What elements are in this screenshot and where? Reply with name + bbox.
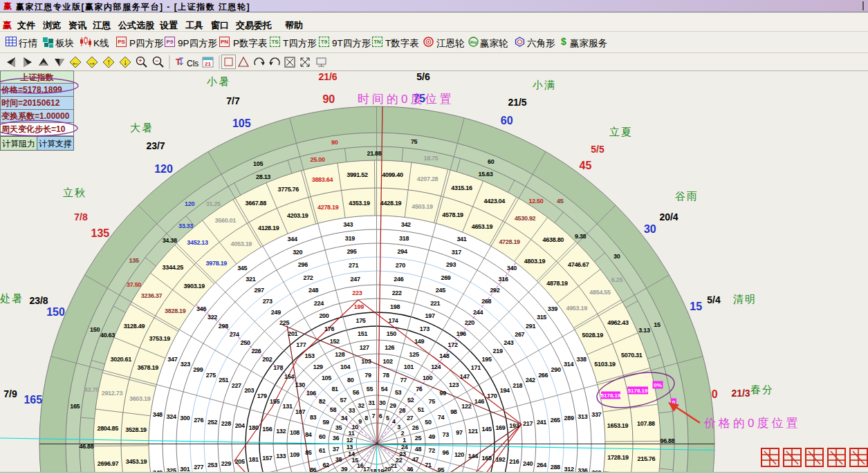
svg-text:5/4: 5/4: [707, 294, 721, 305]
svg-text:30: 30: [644, 223, 656, 235]
svg-text:3678.19: 3678.19: [137, 364, 158, 371]
svg-text:18.75: 18.75: [423, 155, 438, 162]
svg-text:48: 48: [415, 446, 422, 453]
svg-text:3453.19: 3453.19: [126, 458, 147, 465]
svg-text:244: 244: [473, 309, 483, 316]
svg-text:21/3: 21/3: [731, 388, 750, 399]
svg-text:317: 317: [452, 249, 461, 256]
svg-text:32: 32: [358, 402, 364, 409]
svg-text:4962.43: 4962.43: [607, 319, 629, 326]
svg-text:立夏: 立夏: [609, 126, 633, 138]
svg-text:168: 168: [482, 455, 492, 462]
svg-text:3667.88: 3667.88: [246, 200, 267, 207]
svg-text:204: 204: [235, 422, 245, 429]
svg-text:58: 58: [330, 406, 337, 413]
svg-text:277: 277: [194, 464, 203, 471]
svg-text:135: 135: [91, 227, 110, 239]
svg-text:253: 253: [207, 462, 217, 468]
svg-text:348: 348: [153, 411, 163, 418]
svg-text:101: 101: [404, 363, 414, 370]
svg-text:25: 25: [415, 435, 422, 442]
svg-text:315: 315: [537, 314, 546, 321]
svg-text:9.38: 9.38: [575, 233, 587, 240]
svg-text:313: 313: [578, 413, 587, 420]
svg-text:225: 225: [279, 319, 289, 326]
svg-text:3883.64: 3883.64: [312, 176, 333, 183]
svg-text:171: 171: [471, 364, 481, 371]
svg-text:34.38: 34.38: [163, 237, 177, 244]
svg-text:109: 109: [290, 451, 299, 458]
svg-text:38: 38: [335, 456, 342, 463]
svg-text:↓: ↓: [123, 57, 127, 67]
svg-text:192: 192: [495, 456, 505, 463]
svg-text:4746.67: 4746.67: [568, 261, 589, 268]
svg-text:221: 221: [430, 300, 440, 307]
svg-text:28: 28: [399, 407, 406, 414]
svg-text:55: 55: [367, 386, 373, 392]
svg-text:74: 74: [438, 414, 445, 421]
svg-text:4: 4: [392, 418, 396, 425]
svg-text:229: 229: [221, 460, 231, 467]
svg-text:3560.01: 3560.01: [215, 217, 237, 224]
svg-text:325: 325: [167, 467, 176, 472]
svg-text:276: 276: [194, 417, 203, 424]
svg-text:4353.19: 4353.19: [349, 200, 370, 207]
svg-text:288: 288: [551, 464, 560, 471]
svg-text:34: 34: [341, 415, 348, 421]
svg-text:0: 0: [672, 399, 676, 406]
svg-text:73: 73: [442, 431, 449, 438]
svg-text:241: 241: [537, 419, 546, 426]
svg-text:105: 105: [232, 117, 251, 129]
svg-text:294: 294: [397, 248, 407, 255]
svg-text:220: 220: [465, 319, 474, 326]
svg-text:46: 46: [407, 466, 414, 472]
svg-text:4530.92: 4530.92: [515, 215, 536, 222]
svg-text:301: 301: [180, 466, 190, 472]
svg-text:47: 47: [412, 456, 419, 463]
svg-text:120: 120: [454, 451, 464, 458]
svg-text:3775.76: 3775.76: [278, 186, 299, 193]
svg-text:33: 33: [349, 407, 355, 414]
svg-text:4653.19: 4653.19: [472, 223, 493, 230]
svg-text:250: 250: [241, 339, 250, 346]
svg-text:6.25: 6.25: [611, 276, 623, 283]
svg-text:3128.49: 3128.49: [124, 323, 145, 330]
svg-text:104: 104: [340, 363, 350, 370]
svg-text:4099.40: 4099.40: [382, 171, 403, 178]
svg-text:2: 2: [401, 430, 405, 437]
svg-text:2804.85: 2804.85: [97, 425, 118, 432]
svg-text:154: 154: [284, 373, 294, 380]
svg-text:105: 105: [322, 375, 331, 381]
svg-text:341: 341: [456, 236, 466, 243]
svg-text:194: 194: [500, 387, 510, 394]
svg-text:Big: Big: [470, 40, 477, 44]
svg-text:290: 290: [551, 366, 561, 373]
svg-text:299: 299: [193, 366, 203, 373]
svg-text:立秋: 立秋: [63, 187, 86, 198]
svg-text:102: 102: [383, 358, 393, 365]
svg-text:131: 131: [283, 403, 293, 410]
svg-text:小暑: 小暑: [206, 75, 230, 87]
svg-text:122: 122: [461, 403, 471, 410]
svg-text:175: 175: [355, 317, 365, 324]
svg-text:4128.19: 4128.19: [258, 225, 279, 231]
svg-text:336: 336: [578, 467, 587, 472]
svg-text:181: 181: [248, 456, 258, 463]
svg-text:6: 6: [379, 413, 382, 419]
svg-text:242: 242: [526, 377, 535, 383]
svg-text:132: 132: [276, 428, 286, 435]
svg-text:321: 321: [246, 276, 255, 283]
svg-text:130: 130: [295, 381, 305, 388]
svg-text:295: 295: [347, 248, 356, 255]
svg-text:343: 343: [343, 221, 353, 228]
svg-text:228: 228: [221, 420, 231, 427]
svg-text:240: 240: [523, 460, 533, 467]
svg-text:76: 76: [416, 386, 423, 392]
svg-text:2696.97: 2696.97: [98, 460, 119, 467]
svg-text:297: 297: [254, 287, 264, 294]
svg-text:215.76: 215.76: [637, 455, 655, 462]
svg-text:3603.19: 3603.19: [129, 395, 151, 402]
svg-text:37.50: 37.50: [127, 281, 141, 288]
svg-text:251: 251: [219, 377, 228, 383]
svg-text:51: 51: [418, 406, 425, 413]
